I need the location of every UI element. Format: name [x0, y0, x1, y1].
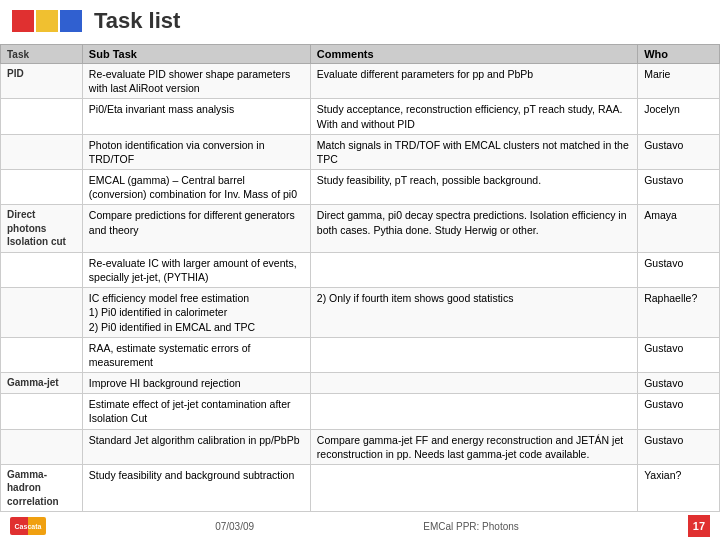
- task-table: Task Sub Task Comments Who PID Re-evalua…: [0, 44, 720, 512]
- footer: Cascata 07/03/09 EMCal PPR: Photons 17: [0, 512, 720, 540]
- cell-subtask: Improve HI background rejection: [82, 373, 310, 394]
- cell-comments: [310, 464, 637, 512]
- cell-who: Marie: [638, 64, 720, 99]
- cell-subtask: EMCAL (gamma) – Central barrel (conversi…: [82, 170, 310, 205]
- footer-date: 07/03/09: [215, 521, 254, 532]
- cell-comments: [310, 252, 637, 287]
- table-row: Pi0/Eta invariant mass analysis Study ac…: [1, 99, 720, 134]
- cell-comments: Compare gamma-jet FF and energy reconstr…: [310, 429, 637, 464]
- cell-task: [1, 170, 83, 205]
- cell-comments: [310, 337, 637, 372]
- header: Task list: [0, 0, 720, 42]
- cell-who: Yaxian?: [638, 464, 720, 512]
- logo-red: [12, 10, 34, 32]
- cell-task: Direct photons Isolation cut: [1, 205, 83, 253]
- cell-comments: Evaluate different parameters for pp and…: [310, 64, 637, 99]
- cell-subtask: Compare predictions for different genera…: [82, 205, 310, 253]
- cell-subtask: Pi0/Eta invariant mass analysis: [82, 99, 310, 134]
- cell-subtask: Re-evaluate IC with larger amount of eve…: [82, 252, 310, 287]
- cell-comments: Study feasibility, pT reach, possible ba…: [310, 170, 637, 205]
- cell-who: Gustavo: [638, 373, 720, 394]
- cell-who: Gustavo: [638, 170, 720, 205]
- cell-task: [1, 394, 83, 429]
- cell-task: [1, 288, 83, 338]
- col-header-who: Who: [638, 45, 720, 64]
- cell-task: Gamma-hadron correlation: [1, 464, 83, 512]
- cell-who: Jocelyn: [638, 99, 720, 134]
- table-row: Photon identification via conversion in …: [1, 134, 720, 169]
- col-header-task: Task: [1, 45, 83, 64]
- cell-who: Gustavo: [638, 252, 720, 287]
- table-row: Re-evaluate IC with larger amount of eve…: [1, 252, 720, 287]
- cell-subtask: Standard Jet algorithm calibration in pp…: [82, 429, 310, 464]
- col-header-comments: Comments: [310, 45, 637, 64]
- table-row: Gamma-hadron correlation Study feasibili…: [1, 464, 720, 512]
- cell-who: Raphaelle?: [638, 288, 720, 338]
- cell-subtask: Estimate effect of jet-jet contamination…: [82, 394, 310, 429]
- page-title: Task list: [94, 8, 180, 34]
- slide-number: 17: [688, 515, 710, 537]
- cell-task: [1, 99, 83, 134]
- table-row: EMCAL (gamma) – Central barrel (conversi…: [1, 170, 720, 205]
- col-header-subtask: Sub Task: [82, 45, 310, 64]
- cell-who: Gustavo: [638, 394, 720, 429]
- cell-comments: Direct gamma, pi0 decay spectra predicti…: [310, 205, 637, 253]
- cell-who: Gustavo: [638, 429, 720, 464]
- cell-subtask: Study feasibility and background subtrac…: [82, 464, 310, 512]
- cell-task: Gamma-jet: [1, 373, 83, 394]
- cell-task: [1, 252, 83, 287]
- logo-yellow: [36, 10, 58, 32]
- footer-logo: Cascata: [10, 517, 46, 535]
- table-row: Estimate effect of jet-jet contamination…: [1, 394, 720, 429]
- footer-center: EMCal PPR: Photons: [423, 521, 519, 532]
- cell-task: PID: [1, 64, 83, 99]
- cell-who: Amaya: [638, 205, 720, 253]
- cell-task: [1, 134, 83, 169]
- cell-comments: [310, 394, 637, 429]
- table-row: IC efficiency model free estimation 1) P…: [1, 288, 720, 338]
- cell-subtask: Re-evaluate PID shower shape parameters …: [82, 64, 310, 99]
- cell-comments: [310, 373, 637, 394]
- cell-subtask: RAA, estimate systematic errors of measu…: [82, 337, 310, 372]
- cell-subtask: IC efficiency model free estimation 1) P…: [82, 288, 310, 338]
- cell-task: [1, 337, 83, 372]
- cell-comments: Match signals in TRD/TOF with EMCAL clus…: [310, 134, 637, 169]
- cell-task: [1, 429, 83, 464]
- table-row: Gamma-jet Improve HI background rejectio…: [1, 373, 720, 394]
- cell-comments: Study acceptance, reconstruction efficie…: [310, 99, 637, 134]
- cell-who: Gustavo: [638, 337, 720, 372]
- table-row: PID Re-evaluate PID shower shape paramet…: [1, 64, 720, 99]
- table-row: RAA, estimate systematic errors of measu…: [1, 337, 720, 372]
- table-row: Standard Jet algorithm calibration in pp…: [1, 429, 720, 464]
- logo-block: [12, 10, 82, 32]
- cell-comments: 2) Only if fourth item shows good statis…: [310, 288, 637, 338]
- cell-who: Gustavo: [638, 134, 720, 169]
- logo-blue: [60, 10, 82, 32]
- table-row: Direct photons Isolation cut Compare pre…: [1, 205, 720, 253]
- cell-subtask: Photon identification via conversion in …: [82, 134, 310, 169]
